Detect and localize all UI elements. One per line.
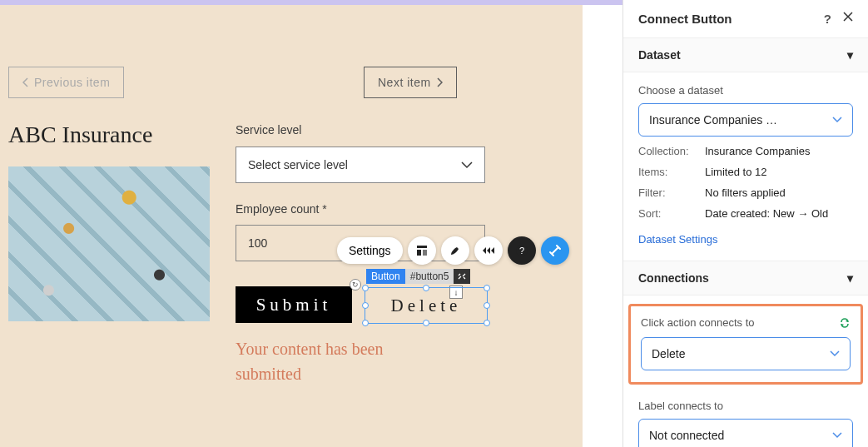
- chevron-down-icon: [832, 117, 842, 123]
- chevron-right-icon: [436, 77, 443, 87]
- dataset-section-label: Dataset: [638, 48, 681, 62]
- resize-handle[interactable]: [484, 302, 490, 309]
- dataset-section-body: Choose a dataset Insurance Companies … C…: [623, 72, 868, 261]
- svg-rect-1: [417, 250, 421, 256]
- meta-key: Filter:: [638, 186, 705, 199]
- element-toolbar: Settings ?: [337, 236, 569, 265]
- meta-value: No filters applied: [705, 186, 786, 199]
- label-connects-body: Label connects to Not connected: [623, 385, 868, 447]
- resize-handle[interactable]: [362, 285, 369, 291]
- resize-handle[interactable]: [362, 320, 369, 326]
- animation-icon[interactable]: [474, 236, 503, 265]
- page-canvas: Previous item Next item ABC Insurance Se…: [0, 5, 583, 447]
- service-level-label: Service level: [236, 123, 301, 137]
- connections-section-label: Connections: [638, 271, 709, 285]
- chevron-down-icon: [461, 161, 473, 169]
- panel-title: Connect Button: [638, 12, 732, 26]
- page-title: ABC Insurance: [8, 122, 152, 148]
- dataset-settings-link[interactable]: Dataset Settings: [638, 233, 717, 246]
- click-action-label: Click action connects to: [641, 316, 755, 329]
- svg-text:?: ?: [519, 246, 524, 256]
- resize-handle[interactable]: [423, 285, 429, 291]
- chevron-left-icon: [22, 77, 29, 87]
- hero-image: [8, 166, 210, 321]
- delete-button-selection: ↻ Button #button5 ↓ Delete: [365, 276, 488, 335]
- selection-connect-icon[interactable]: [454, 269, 470, 284]
- previous-item-label: Previous item: [34, 76, 110, 89]
- meta-items: Items: Limited to 12: [638, 166, 853, 178]
- resize-handle[interactable]: [484, 320, 490, 326]
- meta-value: Limited to 12: [705, 166, 766, 178]
- svg-rect-0: [417, 246, 427, 248]
- sync-icon[interactable]: [839, 317, 851, 329]
- chevron-down-icon: [832, 432, 842, 439]
- rotate-handle-icon[interactable]: ↻: [350, 279, 361, 291]
- next-item-button[interactable]: Next item: [364, 67, 457, 98]
- caret-down-icon: ▾: [847, 48, 853, 62]
- connect-data-icon[interactable]: [541, 236, 569, 265]
- settings-button[interactable]: Settings: [337, 237, 403, 264]
- meta-key: Items:: [638, 166, 705, 178]
- dataset-dropdown-value: Insurance Companies …: [649, 113, 777, 127]
- resize-handle[interactable]: [484, 285, 490, 291]
- close-icon[interactable]: [843, 12, 853, 26]
- label-connects-value: Not connected: [649, 429, 724, 442]
- meta-value: Date created: New → Old: [705, 207, 828, 220]
- click-action-dropdown[interactable]: Delete: [641, 337, 851, 370]
- service-level-placeholder: Select service level: [248, 158, 348, 171]
- chevron-down-icon: [830, 350, 840, 357]
- meta-value: Insurance Companies: [705, 145, 810, 157]
- meta-key: Collection:: [638, 145, 705, 157]
- connect-panel: Connect Button ? Dataset ▾ Choose a data…: [622, 0, 868, 447]
- design-icon[interactable]: [441, 236, 469, 265]
- selection-bounding-box: [365, 287, 488, 324]
- meta-sort: Sort: Date created: New → Old: [638, 207, 853, 220]
- label-connects-label: Label connects to: [638, 400, 853, 412]
- selection-type-badge: Button: [366, 269, 405, 284]
- meta-collection: Collection: Insurance Companies: [638, 145, 853, 157]
- success-message: Your content has been submitted: [236, 336, 452, 386]
- previous-item-button[interactable]: Previous item: [8, 67, 124, 98]
- click-action-value: Delete: [652, 347, 685, 360]
- submit-button[interactable]: Submit: [236, 286, 352, 323]
- editor-canvas-area: Previous item Next item ABC Insurance Se…: [0, 0, 622, 447]
- next-item-label: Next item: [378, 76, 431, 89]
- resize-handle[interactable]: [362, 302, 369, 309]
- layout-icon[interactable]: [408, 236, 436, 265]
- meta-filter: Filter: No filters applied: [638, 186, 853, 199]
- employee-count-label: Employee count *: [236, 202, 327, 216]
- service-level-select[interactable]: Select service level: [236, 147, 485, 183]
- click-action-highlight: Click action connects to Delete: [628, 304, 863, 385]
- resize-handle[interactable]: [423, 320, 429, 326]
- panel-header: Connect Button ?: [623, 0, 868, 38]
- label-connects-dropdown[interactable]: Not connected: [638, 419, 853, 447]
- dataset-section-header[interactable]: Dataset ▾: [623, 38, 868, 72]
- help-icon[interactable]: ?: [824, 12, 831, 26]
- help-icon[interactable]: ?: [508, 236, 536, 265]
- meta-key: Sort:: [638, 207, 705, 220]
- choose-dataset-label: Choose a dataset: [638, 84, 853, 97]
- selection-id-badge: #button5: [405, 269, 454, 284]
- connections-section-header[interactable]: Connections ▾: [623, 261, 868, 296]
- svg-rect-2: [423, 250, 427, 256]
- caret-down-icon: ▾: [847, 271, 853, 285]
- dataset-dropdown[interactable]: Insurance Companies …: [638, 103, 853, 137]
